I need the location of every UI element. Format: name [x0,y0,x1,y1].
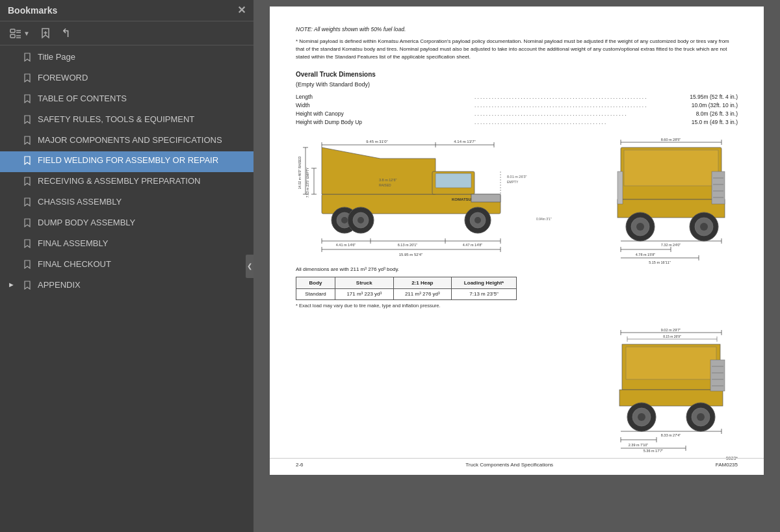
bookmark-item-final-checkout[interactable]: FINAL CHECKOUT [0,255,254,276]
bookmark-label: Title Page [38,52,248,63]
svg-point-108 [697,413,705,421]
dim-row-width: Width . . . . . . . . . . . . . . . . . … [296,102,738,110]
bookmark-icon [23,73,32,86]
col-header-loading: Loading Height* [452,277,517,289]
bookmark-item-appendix[interactable]: ► APPENDIX [0,276,254,297]
svg-text:4.47 m  14'8": 4.47 m 14'8" [463,243,483,247]
bookmark-item-final-assembly[interactable]: FINAL ASSEMBLY [0,234,254,255]
expand-appendix-button[interactable]: ► [8,280,18,289]
bookmark-item-dump-body[interactable]: DUMP BODY ASSEMBLY [0,214,254,234]
dim-value: 10.0m (32ft. 10 in.) [653,102,738,110]
bookmark-label: FIELD WELDING FOR ASSEMBLY OR REPAIR [38,155,248,166]
truck-bottom-diagram: 9.02 m 29'7" 8.15 m 26'9" [608,326,738,453]
svg-text:2.39 m  7'10": 2.39 m 7'10" [629,443,649,447]
dim-dots: . . . . . . . . . . . . . . . . . . . . … [474,119,653,127]
svg-rect-65 [712,171,725,204]
bookmark-icon [23,53,32,65]
svg-text:4.78 m  15'8": 4.78 m 15'8" [636,253,656,257]
svg-text:14.02 m  46'0"  RAISED: 14.02 m 46'0" RAISED [298,156,302,189]
bookmark-icon [23,218,32,231]
svg-text:5.36 m  17'7": 5.36 m 17'7" [644,449,664,453]
svg-text:RAISED: RAISED [379,183,391,187]
svg-text:15.95 m  52'4": 15.95 m 52'4" [399,253,423,257]
bookmark-item-safety[interactable]: SAFETY RULES, TOOLS & EQUIPMENT [0,110,254,131]
bookmark-label: APPENDIX [38,280,248,291]
empty-body-label: (Empty With Standard Body) [296,81,738,89]
cell-struck: 171 m³ 223 yd³ [335,289,394,299]
svg-rect-70 [618,171,623,204]
document-panel: ❮ NOTE: All weights shown with 50% fuel … [254,0,780,532]
bookmark-icon [23,136,32,148]
toolbar: ▼ ↰ [0,21,254,45]
bookmark-label: CHASSIS ASSEMBLY [38,197,248,208]
svg-text:8.33 m  27'4": 8.33 m 27'4" [661,433,681,437]
svg-text:4.41 m  14'6": 4.41 m 14'6" [336,243,356,247]
svg-rect-96 [626,347,716,379]
bookmark-label: RECEIVING & ASSEMBLY PREPARATION [38,176,248,187]
bookmark-item-field-welding[interactable]: FIELD WELDING FOR ASSEMBLY OR REPAIR [0,151,254,172]
col-header-heap: 2:1 Heap [393,277,452,289]
bookmark-add-button[interactable] [36,25,55,41]
bookmarks-title: Bookmarks [8,5,57,16]
svg-point-76 [700,223,708,231]
svg-text:7.13 m  23'5"  EMPTY: 7.13 m 23'5" EMPTY [306,167,309,197]
diagrams-row: 9.45 m 31'0" 4.14 m 13'7" 14.02 m 46'0" … [296,136,738,316]
col-header-struck: Struck [335,277,394,289]
dropdown-arrow: ▼ [23,30,30,37]
svg-rect-27 [471,194,500,202]
svg-text:8.60 m  28'5": 8.60 m 28'5" [661,138,681,142]
bookmarks-panel: Bookmarks ✕ ▼ ↰ [0,0,254,532]
svg-text:9.45 m  31'0": 9.45 m 31'0" [366,140,387,144]
bookmark-item-title-page[interactable]: Title Page [0,48,254,69]
page-number: 2-6 [296,461,304,468]
svg-text:0.94m  3'1": 0.94m 3'1" [536,217,552,221]
bookmark-item-chassis[interactable]: CHASSIS ASSEMBLY [0,193,254,214]
collapse-panel-button[interactable]: ❮ [246,255,254,278]
dim-row-length: Length . . . . . . . . . . . . . . . . .… [296,94,738,101]
dim-label: Height with Dump Body Up [296,119,474,127]
svg-marker-24 [322,147,436,194]
bookmark-item-foreword[interactable]: FOREWORD [0,69,254,90]
body-note: All dimensions are with 211 m³ 276 yd³ b… [296,266,600,273]
svg-text:8.15 m  26'9": 8.15 m 26'9" [663,335,681,338]
list-view-button[interactable]: ▼ [6,25,32,41]
bookmark-icon [23,94,32,107]
dim-row-height-dump: Height with Dump Body Up . . . . . . . .… [296,119,738,127]
svg-text:KOMATSU: KOMATSU [452,197,471,201]
svg-point-37 [358,217,364,223]
truck-diagram-svg: 9.45 m 31'0" 4.14 m 13'7" 14.02 m 46'0" … [296,136,575,266]
svg-rect-63 [624,150,718,186]
nominal-payload-note: * Nominal payload is defined within Koma… [296,38,738,61]
footer-center: Truck Components And Specifications [465,461,553,468]
footer-right: FAM0235 [716,461,738,468]
bookmark-label: MAJOR COMPONENTS AND SPECIFICATIONS [38,135,248,146]
dim-dots: . . . . . . . . . . . . . . . . . . . . … [474,102,653,110]
bookmark-item-toc[interactable]: TABLE OF CONTENTS [0,90,254,110]
svg-point-73 [636,223,644,231]
svg-text:6.13 m  20'1": 6.13 m 20'1" [398,243,418,247]
dim-row-height-canopy: Height with Canopy . . . . . . . . . . .… [296,110,738,118]
dim-value: 15.95m (52 ft. 4 in.) [653,94,738,101]
bookmark-icon [23,177,32,189]
close-button[interactable]: ✕ [237,5,246,16]
page-container: NOTE: All weights shown with 50% fuel lo… [254,0,780,532]
dim-label: Width [296,102,474,110]
bookmark-label: FOREWORD [38,73,248,84]
svg-point-31 [474,217,481,223]
dim-value: 8.0m (26 ft. 3 in.) [653,110,738,118]
bookmark-icon [23,260,32,272]
diagrams-bottom-row: 9.02 m 29'7" 8.15 m 26'9" [296,326,738,453]
bookmark-item-receiving[interactable]: RECEIVING & ASSEMBLY PREPARATION [0,172,254,193]
bookmark-icon [23,239,32,251]
bookmark-icon [23,115,32,127]
svg-rect-26 [436,173,471,188]
bookmark-label: SAFETY RULES, TOOLS & EQUIPMENT [38,114,248,125]
svg-point-105 [638,413,645,421]
col-header-body: Body [296,277,335,289]
cell-loading: 7:13 m 23'5" [452,289,517,299]
table-row: Standard 171 m³ 223 yd³ 211 m³ 276 yd³ 7… [296,289,517,299]
bookmark-item-major-components[interactable]: MAJOR COMPONENTS AND SPECIFICATIONS [0,131,254,152]
dim-label: Height with Canopy [296,110,474,118]
svg-text:EMPTY: EMPTY [507,180,519,184]
cursor-icon: ↰ [61,26,71,40]
